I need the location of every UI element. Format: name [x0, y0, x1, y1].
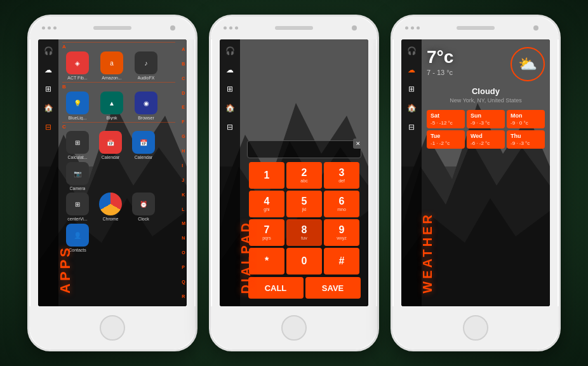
app-audiofx[interactable]: ♪ AudioFX — [131, 51, 161, 80]
home-icon-3: 🏠 — [405, 102, 418, 114]
dialpad-content: DIALPAD ✕ 1 2 abc 3 def — [240, 39, 368, 306]
cloud-icon-2: ☁ — [224, 64, 236, 76]
alpha-O[interactable]: O — [182, 250, 185, 255]
phone-dots-left-3 — [405, 27, 420, 30]
app-camera-name: Camera — [70, 186, 86, 191]
app-clock[interactable]: ⏰ Clock — [128, 193, 159, 221]
call-button[interactable]: CALL — [248, 277, 304, 299]
headphone-icon-3: 🎧 — [405, 44, 418, 57]
app-bluelight-icon: 💡 — [66, 92, 89, 114]
dial-btn-5[interactable]: 5 jkl — [286, 191, 322, 217]
dial-btn-3[interactable]: 3 def — [324, 162, 359, 189]
alpha-G[interactable]: G — [182, 134, 185, 139]
alpha-J[interactable]: J — [182, 178, 185, 182]
dial-btn-4[interactable]: 4 ghi — [249, 191, 284, 217]
alpha-L[interactable]: L — [182, 207, 185, 212]
app-actfib[interactable]: ◈ ACT Fib... — [62, 51, 93, 80]
forecast-thu-name: Thu — [511, 133, 541, 139]
section-c-label: C — [62, 124, 66, 130]
alpha-Q[interactable]: Q — [182, 280, 185, 284]
app-amazon[interactable]: a Amazon... — [97, 51, 127, 80]
app-browser[interactable]: ◉ Browser — [131, 92, 161, 120]
dial-num-9: 9 — [339, 225, 345, 235]
phone-camera — [170, 25, 175, 30]
alpha-R[interactable]: R — [182, 294, 185, 299]
forecast-mon-name: Mon — [511, 112, 541, 119]
app-actfib-name: ACT Fib... — [67, 76, 87, 80]
grid-icon: ⊞ — [42, 83, 55, 95]
forecast-tue-temps: -1 · -2 °c — [431, 140, 461, 146]
app-blynk-name: Blynk — [106, 116, 117, 120]
dial-num-hash: # — [339, 256, 345, 266]
forecast-thu: Thu -9 · -3 °c — [507, 130, 545, 149]
home-button[interactable] — [100, 315, 125, 341]
apps-sidebar: 🎧 ☁ ⊞ 🏠 ⊟ — [38, 39, 58, 306]
alpha-D[interactable]: D — [182, 91, 185, 95]
dial-btn-7[interactable]: 7 pqrs — [249, 219, 284, 246]
alpha-F[interactable]: F — [182, 119, 185, 124]
app-audiofx-name: AudioFX — [138, 76, 155, 80]
app-browser-icon: ◉ — [135, 92, 157, 114]
app-camera[interactable]: 📷 Camera — [62, 162, 93, 191]
home-icon: 🏠 — [42, 102, 55, 114]
app-chrome[interactable]: Chrome — [95, 193, 126, 221]
alpha-P[interactable]: P — [182, 265, 185, 269]
alpha-N[interactable]: N — [182, 236, 185, 240]
dial-btn-0[interactable]: 0 — [286, 248, 322, 274]
dial-btn-9[interactable]: 9 wxyz — [324, 219, 359, 246]
dial-num-6: 6 — [339, 196, 345, 207]
app-audiofx-icon: ♪ — [135, 51, 157, 74]
alpha-C[interactable]: C — [182, 76, 185, 81]
dialpad-sidebar: 🎧 ☁ ⊞ 🏠 ⊟ — [220, 39, 240, 306]
dialpad-close-button[interactable]: ✕ — [353, 139, 363, 149]
dial-letters-5: jkl — [302, 207, 307, 212]
headphone-icon: 🎧 — [42, 44, 55, 57]
home-button-3[interactable] — [463, 315, 488, 341]
app-row-c1: ⊞ Calculat... 📅 Calendar 📅 Calendar 📷 Ca… — [62, 131, 175, 191]
dot — [235, 27, 238, 30]
app-actfib-icon: ◈ — [66, 51, 89, 74]
forecast-sat-temps: -5 · -12 °c — [431, 120, 461, 126]
alpha-K[interactable]: K — [182, 193, 185, 197]
section-b-label: B — [62, 84, 66, 90]
app-bluelight[interactable]: 💡 BlueLig... — [62, 92, 93, 120]
home-button-2[interactable] — [281, 315, 307, 341]
section-c-header: C — [62, 124, 175, 130]
dial-btn-hash[interactable]: # — [324, 248, 359, 274]
dial-btn-star[interactable]: * — [249, 248, 284, 274]
headphone-icon-2: 🎧 — [224, 44, 236, 57]
apps-screen: 🎧 ☁ ⊞ 🏠 ⊟ APPS A B C D E F G H I J K L — [38, 39, 187, 306]
alphabet-bar[interactable]: A B C D E F G H I J K L M N O P Q R — [182, 42, 185, 304]
app-calendar1[interactable]: 📅 Calendar — [95, 131, 126, 159]
alpha-I[interactable]: I — [182, 163, 185, 168]
alpha-M[interactable]: M — [182, 221, 185, 226]
forecast-wed-temps: -6 · -2 °c — [471, 140, 501, 146]
phone-dialpad: 🎧 ☁ ⊞ 🏠 ⊟ DIALPAD ✕ 1 2 abc — [209, 15, 379, 351]
dialpad-display[interactable]: ✕ — [247, 140, 361, 158]
dial-btn-2[interactable]: 2 abc — [286, 162, 322, 189]
app-centerview[interactable]: ⊞ centerVi... — [62, 193, 93, 221]
temp-range: 7 - 13 °c — [427, 69, 453, 76]
save-button[interactable]: SAVE — [305, 277, 361, 299]
app-bluelight-name: BlueLig... — [68, 116, 86, 120]
dot — [417, 27, 420, 30]
dial-btn-8[interactable]: 8 tuv — [286, 219, 322, 246]
phone-camera-2 — [352, 25, 357, 30]
phone-speaker — [93, 26, 131, 30]
alpha-A[interactable]: A — [182, 47, 185, 51]
cloud-icon: ☁ — [42, 64, 55, 76]
app-calendar2[interactable]: 📅 Calendar — [128, 131, 159, 159]
app-blynk[interactable]: ▲ Blynk — [97, 92, 127, 120]
weather-temp-section: 7°c 7 - 13 °c — [427, 47, 453, 76]
dial-btn-6[interactable]: 6 mno — [324, 191, 359, 217]
alpha-H[interactable]: H — [182, 149, 185, 153]
dial-btn-1[interactable]: 1 — [249, 162, 284, 189]
current-temp: 7°c — [427, 47, 453, 67]
app-calendar1-icon: 📅 — [99, 131, 122, 154]
dial-letters-4: ghi — [264, 207, 269, 212]
dial-num-star: * — [265, 256, 269, 266]
alpha-E[interactable]: E — [182, 105, 185, 109]
alpha-B[interactable]: B — [182, 62, 185, 66]
app-calculator[interactable]: ⊞ Calculat... — [62, 131, 93, 159]
apps-icon[interactable]: ⊟ — [42, 121, 55, 133]
